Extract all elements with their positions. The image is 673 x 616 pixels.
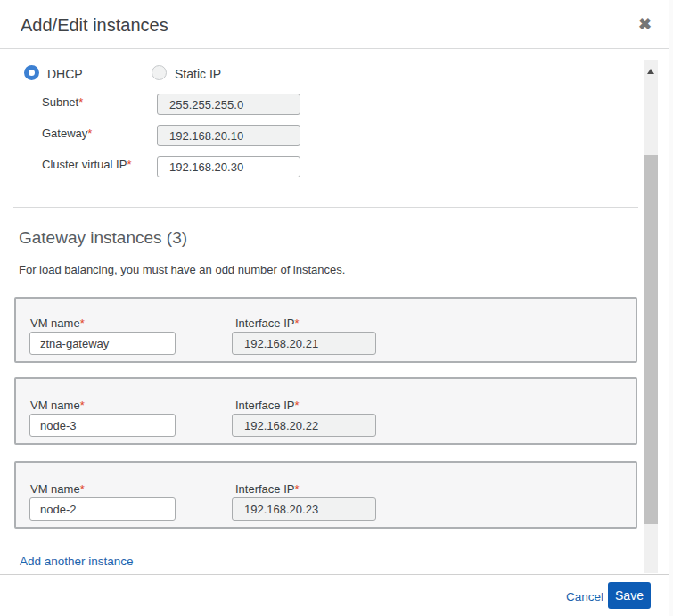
close-icon[interactable]: ✖ [638,14,652,34]
gateway-input[interactable] [157,125,300,146]
instance-card: VM name* Interface IP* [14,461,637,529]
section-divider [13,207,638,208]
vm-name-input[interactable] [29,497,176,521]
dhcp-radio-label: DHCP [47,67,83,81]
vm-name-label: VM name* [30,398,85,412]
gateway-instances-heading: Gateway instances (3) [19,228,187,248]
gateway-label: Gateway* [42,127,92,140]
scrollbar[interactable] [644,60,658,573]
required-asterisk: * [78,95,83,109]
static-ip-radio-label: Static IP [175,67,221,81]
required-asterisk: * [87,127,92,140]
interface-ip-label: Interface IP* [235,398,300,412]
interface-ip-label: Interface IP* [235,482,300,496]
cluster-virtual-ip-label: Cluster virtual IP* [42,158,131,171]
scrollbar-thumb[interactable] [644,155,658,524]
required-asterisk: * [294,316,299,330]
interface-ip-input[interactable] [232,414,376,437]
required-asterisk: * [80,482,85,496]
instance-card: VM name* Interface IP* [14,377,637,445]
required-asterisk: * [127,158,131,171]
cancel-button[interactable]: Cancel [566,590,603,604]
static-ip-radio[interactable] [152,65,167,80]
vm-name-label: VM name* [30,482,85,496]
required-asterisk: * [294,482,299,496]
vm-name-input[interactable] [29,414,176,437]
add-another-instance-link[interactable]: Add another instance [20,554,134,568]
instance-card: VM name* Interface IP* [14,297,637,363]
interface-ip-label: Interface IP* [235,316,300,330]
vm-name-label: VM name* [30,316,85,330]
subnet-label: Subnet* [42,95,83,109]
required-asterisk: * [80,398,85,412]
header-divider [0,48,669,49]
save-button[interactable]: Save [608,582,651,609]
add-edit-instances-dialog: Add/Edit instances ✖ DHCP Static IP Subn… [0,0,669,616]
cluster-virtual-ip-input[interactable] [157,156,300,177]
required-asterisk: * [294,398,299,412]
ip-mode-radio-group: DHCP Static IP [0,65,624,81]
gateway-instances-description: For load balancing, you must have an odd… [19,263,345,276]
vm-name-input[interactable] [29,332,176,355]
dhcp-radio[interactable] [24,65,39,80]
footer-divider [0,574,669,575]
dialog-title: Add/Edit instances [21,15,168,36]
required-asterisk: * [80,316,85,330]
scrollbar-up-arrow-icon[interactable] [647,69,654,74]
interface-ip-input[interactable] [232,497,376,521]
interface-ip-input[interactable] [232,332,376,355]
subnet-input[interactable] [157,94,300,115]
